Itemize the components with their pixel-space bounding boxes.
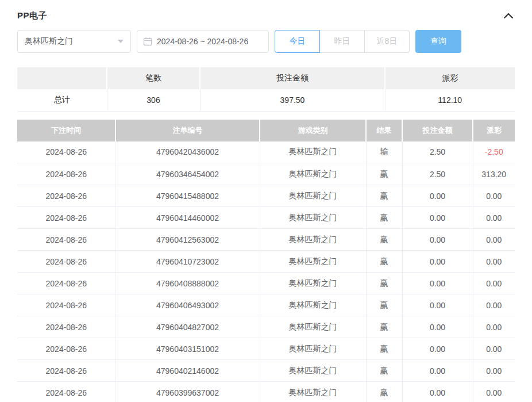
cell-game-type: 奥林匹斯之门 [260, 141, 366, 163]
cell-order-id: 47960406493002 [115, 294, 260, 316]
cell-order-id: 47960346454002 [115, 163, 260, 185]
cell-game-type: 奥林匹斯之门 [260, 273, 366, 294]
cell-bet-time: 2024-08-26 [17, 251, 115, 273]
calendar-icon [143, 37, 152, 46]
cell-payout: 0.00 [473, 316, 515, 338]
filter-bar: 奥林匹斯之门 2024-08-26 ~ 2024-08-26 今日 昨日 近8日… [17, 30, 515, 53]
table-row: 2024-08-2647960404827002奥林匹斯之门赢0.000.00 [17, 316, 515, 338]
cell-bet-amount: 0.00 [402, 273, 473, 294]
cell-payout: 0.00 [473, 229, 515, 251]
summary-total-count: 306 [107, 89, 200, 111]
pp-games-panel: PP电子 奥林匹斯之门 2024-08-26 ~ 2024 [0, 0, 532, 402]
cell-order-id: 47960404827002 [115, 316, 260, 338]
cell-order-id: 47960403151002 [115, 338, 260, 360]
cell-order-id: 47960410723002 [115, 251, 260, 273]
table-row: 2024-08-2647960415488002奥林匹斯之门赢0.000.00 [17, 185, 515, 207]
header-result: 结果 [366, 120, 402, 141]
table-row: 2024-08-2647960414460002奥林匹斯之门赢0.000.00 [17, 207, 515, 229]
last-8-days-button[interactable]: 近8日 [364, 30, 410, 53]
cell-result: 赢 [366, 360, 402, 382]
cell-result: 赢 [366, 163, 402, 185]
cell-result: 赢 [366, 229, 402, 251]
summary-total-label: 总计 [17, 89, 107, 111]
cell-result: 赢 [366, 294, 402, 316]
cell-bet-amount: 0.00 [402, 338, 473, 360]
cell-result: 赢 [366, 338, 402, 360]
header-payout: 派彩 [473, 120, 515, 141]
table-row: 2024-08-2647960406493002奥林匹斯之门赢0.000.00 [17, 294, 515, 316]
cell-game-type: 奥林匹斯之门 [260, 229, 366, 251]
cell-game-type: 奥林匹斯之门 [260, 360, 366, 382]
table-row: 2024-08-2647960399637002奥林匹斯之门赢0.000.00 [17, 382, 515, 402]
cell-bet-time: 2024-08-26 [17, 360, 115, 382]
summary-header-bet-amount: 投注金额 [200, 67, 385, 89]
cell-order-id: 47960415488002 [115, 185, 260, 207]
today-button[interactable]: 今日 [275, 30, 320, 53]
cell-bet-amount: 0.00 [402, 294, 473, 316]
cell-game-type: 奥林匹斯之门 [260, 163, 366, 185]
cell-bet-time: 2024-08-26 [17, 207, 115, 229]
cell-order-id: 47960420436002 [115, 141, 260, 163]
cell-game-type: 奥林匹斯之门 [260, 316, 366, 338]
cell-payout: 0.00 [473, 273, 515, 294]
header-bet-amount: 投注金额 [402, 120, 473, 141]
cell-game-type: 奥林匹斯之门 [260, 294, 366, 316]
table-row: 2024-08-2647960420436002奥林匹斯之门输2.50-2.50 [17, 141, 515, 163]
cell-game-type: 奥林匹斯之门 [260, 251, 366, 273]
cell-payout: 0.00 [473, 294, 515, 316]
cell-result: 赢 [366, 185, 402, 207]
bet-records-table: 下注时间 注单编号 游戏类别 结果 投注金额 派彩 2024-08-264796… [17, 120, 515, 402]
cell-result: 赢 [366, 382, 402, 402]
cell-bet-time: 2024-08-26 [17, 141, 115, 163]
table-row: 2024-08-2647960402146002奥林匹斯之门赢0.000.00 [17, 360, 515, 382]
chevron-down-icon [118, 40, 124, 43]
collapse-button[interactable] [502, 12, 515, 20]
cell-payout: 0.00 [473, 382, 515, 402]
cell-result: 赢 [366, 207, 402, 229]
cell-bet-time: 2024-08-26 [17, 382, 115, 402]
header-game-type: 游戏类别 [260, 120, 366, 141]
cell-order-id: 47960399637002 [115, 382, 260, 402]
table-row: 2024-08-2647960408888002奥林匹斯之门赢0.000.00 [17, 273, 515, 294]
quick-date-button-group: 今日 昨日 近8日 [275, 30, 410, 53]
table-row: 2024-08-2647960403151002奥林匹斯之门赢0.000.00 [17, 338, 515, 360]
summary-header-empty [17, 67, 107, 89]
cell-order-id: 47960412563002 [115, 229, 260, 251]
cell-bet-time: 2024-08-26 [17, 273, 115, 294]
summary-total-bet-amount: 397.50 [200, 89, 385, 111]
date-range-value: 2024-08-26 ~ 2024-08-26 [157, 37, 248, 46]
bet-records-body: 2024-08-2647960420436002奥林匹斯之门输2.50-2.50… [17, 141, 515, 402]
search-button[interactable]: 查询 [415, 30, 461, 53]
cell-bet-amount: 0.00 [402, 229, 473, 251]
cell-payout: 0.00 [473, 207, 515, 229]
date-range-picker[interactable]: 2024-08-26 ~ 2024-08-26 [137, 30, 269, 53]
summary-total-payout: 112.10 [385, 89, 515, 111]
cell-payout: -2.50 [473, 141, 515, 163]
cell-order-id: 47960402146002 [115, 360, 260, 382]
cell-game-type: 奥林匹斯之门 [260, 382, 366, 402]
cell-game-type: 奥林匹斯之门 [260, 185, 366, 207]
detail-header-row: 下注时间 注单编号 游戏类别 结果 投注金额 派彩 [17, 120, 515, 141]
cell-bet-amount: 0.00 [402, 316, 473, 338]
header-bet-time: 下注时间 [17, 120, 115, 141]
cell-bet-time: 2024-08-26 [17, 316, 115, 338]
cell-bet-time: 2024-08-26 [17, 294, 115, 316]
game-select[interactable]: 奥林匹斯之门 [17, 30, 131, 53]
summary-header-count: 笔数 [107, 67, 200, 89]
cell-bet-amount: 0.00 [402, 382, 473, 402]
cell-payout: 0.00 [473, 338, 515, 360]
cell-bet-amount: 2.50 [402, 141, 473, 163]
cell-payout: 0.00 [473, 185, 515, 207]
cell-result: 输 [366, 141, 402, 163]
cell-payout: 0.00 [473, 360, 515, 382]
yesterday-button[interactable]: 昨日 [319, 30, 365, 53]
table-row: 2024-08-2647960410723002奥林匹斯之门赢0.000.00 [17, 251, 515, 273]
cell-payout: 313.20 [473, 163, 515, 185]
summary-header-payout: 派彩 [385, 67, 515, 89]
summary-header-row: 笔数 投注金额 派彩 [17, 67, 515, 89]
cell-order-id: 47960408888002 [115, 273, 260, 294]
cell-bet-amount: 0.00 [402, 207, 473, 229]
table-row: 2024-08-2647960346454002奥林匹斯之门赢2.50313.2… [17, 163, 515, 185]
cell-result: 赢 [366, 316, 402, 338]
summary-table: 笔数 投注金额 派彩 总计 306 397.50 112.10 [17, 67, 515, 112]
